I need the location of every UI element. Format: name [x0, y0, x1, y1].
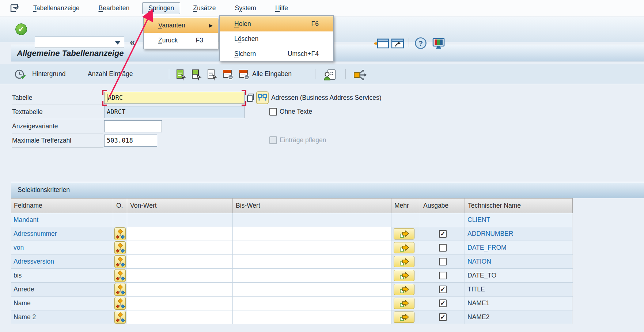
technical-name-label: ADDRNUMBER: [465, 227, 572, 241]
mehr-button[interactable]: [394, 298, 414, 309]
bis-wert-input[interactable]: [233, 310, 391, 324]
anzeigevariante-field[interactable]: [104, 120, 162, 132]
menu-item-varianten[interactable]: Varianten ▶: [144, 18, 218, 33]
anzahl-eintraege-button[interactable]: Anzahl Einträge: [88, 70, 133, 78]
eintraege-pflegen-label: Einträge pflegen: [280, 136, 326, 144]
application-toolbar: Hintergrund Anzahl Einträge: [0, 64, 644, 84]
ausgabe-checkbox[interactable]: [439, 258, 447, 265]
delete-selection-icon[interactable]: [222, 69, 234, 80]
von-wert-input[interactable]: [127, 213, 233, 227]
selection-options-button[interactable]: [114, 311, 126, 324]
ausgabe-checkbox[interactable]: [439, 272, 447, 279]
deselect-block-icon[interactable]: [207, 69, 218, 80]
submenu-arrow-icon: ▶: [209, 23, 218, 28]
von-wert-input[interactable]: [127, 269, 233, 282]
max-trefferzahl-field[interactable]: 503.018: [104, 135, 157, 147]
ohne-texte-checkbox[interactable]: [269, 108, 277, 116]
select-block-icon[interactable]: [191, 69, 202, 80]
menu-springen[interactable]: Springen: [142, 2, 180, 14]
ausgabe-checkbox[interactable]: ✓: [439, 313, 447, 321]
mehr-button[interactable]: [394, 242, 414, 253]
new-session-icon[interactable]: [371, 37, 390, 50]
menu-system[interactable]: System: [229, 2, 262, 14]
ausgabe-checkbox[interactable]: ✓: [439, 299, 447, 307]
field-name-label: Mandant: [11, 213, 113, 227]
menu-tabellenanzeige[interactable]: Tabellenanzeige: [27, 2, 86, 14]
field-name-label: Adressversion: [11, 255, 113, 268]
mehr-button[interactable]: [394, 256, 414, 267]
von-wert-input[interactable]: [127, 310, 233, 324]
von-wert-input[interactable]: [127, 255, 233, 268]
menu-zusaetze[interactable]: Zusätze: [187, 2, 222, 14]
column-header-bis-wert: Bis-Wert: [233, 199, 391, 213]
bis-wert-input[interactable]: [233, 297, 391, 310]
bis-wert-input[interactable]: [233, 269, 391, 282]
text-cursor: [107, 94, 107, 102]
selection-options-button[interactable]: [114, 283, 126, 296]
selection-options-icon: [116, 271, 125, 281]
menu-item-sichern[interactable]: Sichern Umsch+F4: [220, 46, 333, 61]
bis-wert-input[interactable]: [233, 227, 391, 241]
search-help-binoculars-icon[interactable]: [256, 91, 269, 104]
column-header-ausgabe: Ausgabe: [420, 199, 465, 213]
table-row: Name 2: [11, 310, 573, 324]
mehr-button[interactable]: [394, 312, 414, 323]
multiple-selection-arrow-icon: [399, 257, 409, 266]
apptoolbar-separator: [169, 69, 169, 79]
technical-name-label: NAME2: [465, 310, 572, 324]
hintergrund-button[interactable]: Hintergrund: [32, 70, 65, 78]
ausgabe-checkbox[interactable]: [439, 244, 447, 252]
field-name-label: von: [11, 241, 113, 254]
create-shortcut-icon[interactable]: [390, 37, 405, 50]
collapse-toolbar-icon[interactable]: «: [130, 37, 135, 48]
springen-menu-panel: Varianten ▶ Zurück F3: [143, 17, 218, 49]
enter-check-icon[interactable]: ✓: [15, 23, 27, 35]
toolbar-separator: [409, 38, 409, 47]
von-wert-input[interactable]: [127, 283, 233, 296]
form-row-tabelle: Tabelle ADRC Adressen (Business Address …: [0, 91, 644, 105]
texttabelle-field[interactable]: ADRCT: [104, 106, 245, 118]
selection-options-button[interactable]: [114, 241, 126, 254]
bis-wert-input[interactable]: [233, 283, 391, 296]
selection-bracket: [242, 101, 246, 106]
ausgabe-checkbox[interactable]: ✓: [439, 230, 447, 238]
tabelle-field[interactable]: ADRC: [104, 92, 245, 104]
command-input[interactable]: [35, 37, 124, 48]
mehr-button[interactable]: [394, 270, 414, 281]
customize-layout-icon[interactable]: [431, 37, 446, 50]
table-row: Anrede: [11, 283, 573, 297]
selection-bracket: [102, 90, 107, 95]
menu-hilfe[interactable]: Hilfe: [269, 2, 294, 14]
shortcut-label: F6: [311, 20, 333, 28]
select-all-block-icon[interactable]: [175, 69, 187, 80]
distribute-export-icon[interactable]: [353, 69, 368, 81]
menu-bearbeiten[interactable]: Bearbeiten: [92, 2, 136, 14]
selection-options-button[interactable]: [114, 227, 126, 240]
selection-options-button[interactable]: [114, 255, 126, 268]
help-icon[interactable]: ?: [414, 37, 427, 49]
bis-wert-input[interactable]: [233, 255, 391, 268]
selection-bracket: [102, 101, 107, 106]
tabelle-label: Tabelle: [12, 91, 103, 105]
von-wert-input[interactable]: [127, 227, 233, 241]
mehr-button[interactable]: [394, 284, 414, 295]
selection-options-button[interactable]: [114, 297, 126, 310]
von-wert-input[interactable]: [127, 241, 233, 254]
ausgabe-checkbox[interactable]: ✓: [439, 286, 447, 293]
selection-options-button[interactable]: [114, 269, 126, 282]
technical-name-label: TITLE: [465, 283, 572, 296]
von-wert-input[interactable]: [127, 297, 233, 310]
bis-wert-input[interactable]: [233, 241, 391, 254]
command-dropdown-icon[interactable]: [115, 41, 120, 45]
copy-icon[interactable]: [246, 93, 255, 103]
user-settings-icon[interactable]: [323, 69, 337, 81]
menu-item-holen[interactable]: Holen F6: [220, 16, 333, 31]
mehr-button[interactable]: [394, 228, 414, 239]
bis-wert-input[interactable]: [233, 213, 391, 227]
system-menu-icon[interactable]: [10, 3, 20, 13]
delete-all-selections-icon[interactable]: [238, 69, 250, 80]
menu-item-loeschen[interactable]: Löschen: [220, 31, 333, 46]
alle-eingaben-button[interactable]: Alle Eingaben: [252, 70, 292, 78]
execute-clock-icon[interactable]: [14, 69, 26, 80]
menu-item-zurueck[interactable]: Zurück F3: [144, 33, 218, 48]
